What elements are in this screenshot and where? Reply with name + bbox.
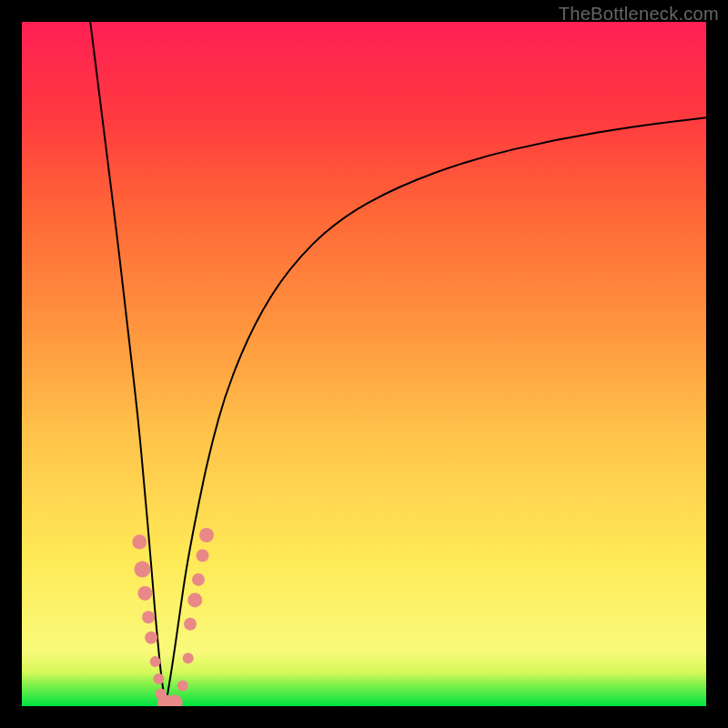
data-marker bbox=[177, 680, 188, 691]
data-marker bbox=[192, 573, 205, 586]
data-marker bbox=[197, 550, 209, 562]
watermark-text: TheBottleneck.com bbox=[559, 4, 719, 25]
marker-cluster bbox=[22, 22, 706, 706]
data-marker bbox=[150, 656, 161, 667]
data-marker bbox=[137, 586, 152, 601]
data-marker bbox=[183, 652, 194, 663]
data-marker bbox=[153, 673, 164, 684]
data-marker bbox=[199, 528, 214, 542]
data-marker bbox=[132, 535, 147, 550]
plot-area bbox=[22, 22, 706, 706]
data-marker bbox=[142, 611, 155, 623]
data-marker bbox=[134, 561, 150, 578]
data-marker bbox=[187, 592, 202, 607]
chart-frame: TheBottleneck.com bbox=[0, 0, 728, 728]
data-marker bbox=[184, 618, 197, 631]
data-marker bbox=[145, 632, 157, 644]
